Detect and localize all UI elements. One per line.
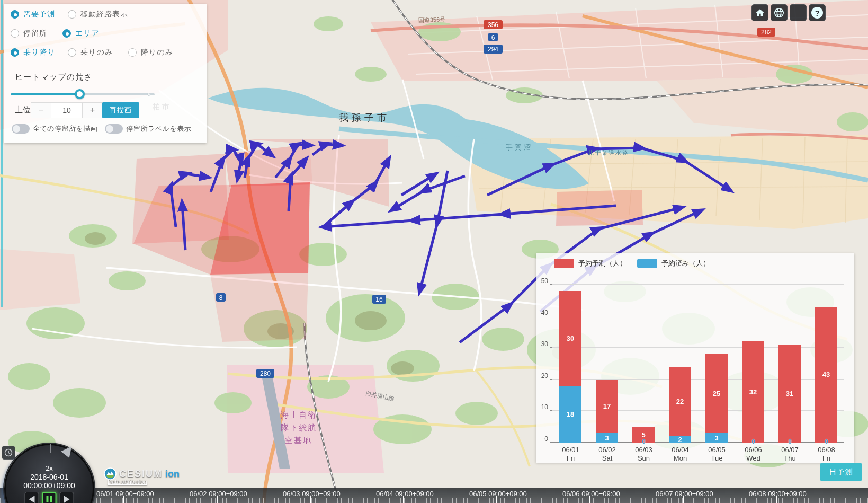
- reserved-segment: 18: [559, 386, 581, 443]
- slider-notch: [147, 93, 150, 96]
- reserved-segment: 3: [705, 433, 728, 443]
- bar-slot: 32006/06Wed: [735, 285, 772, 443]
- forecast-segment: 25: [705, 354, 728, 433]
- forecast-segment: 22: [669, 367, 691, 436]
- radio-label: 停留所: [23, 29, 47, 38]
- reservation-chart-panel: 予約予測（人） 予約済み（人） 01020304050301806/01Fri1…: [536, 253, 854, 463]
- x-axis-label: 06/08Fri: [808, 446, 845, 463]
- stacked-bar[interactable]: 43: [815, 307, 837, 443]
- radio-bus-stop[interactable]: 停留所: [11, 29, 47, 38]
- radio-dot: [128, 48, 137, 57]
- reserved-zero-label: 0: [808, 438, 845, 445]
- radio-label: エリア: [75, 29, 100, 38]
- toggle-knob: [106, 125, 113, 133]
- timeline-label: 06/03 09:00+09:00: [283, 490, 341, 498]
- play-reverse-button[interactable]: [25, 492, 39, 503]
- toggle-draw-all-stops-label: 全ての停留所を描画: [33, 124, 97, 134]
- bar-slot: 22206/04Mon: [662, 285, 699, 443]
- home-button[interactable]: [751, 4, 768, 21]
- toggle-draw-all-stops[interactable]: [12, 124, 30, 134]
- stacked-bar[interactable]: 31: [778, 345, 801, 443]
- top-n-value[interactable]: 10: [51, 102, 82, 118]
- timeline-major-tick: [217, 496, 218, 503]
- timeline-major-tick: [403, 496, 404, 503]
- timeline-label: 06/02 09:00+09:00: [190, 490, 247, 498]
- x-axis-label: 06/06Wed: [735, 446, 772, 463]
- boarding-radio-row: 乗り降り 乗りのみ 降りのみ: [4, 42, 207, 61]
- timeline-label: 06/08 09:00+09:00: [749, 490, 807, 498]
- airport-label-3: 空基地: [285, 436, 312, 445]
- radio-label: 需要予測: [23, 10, 55, 19]
- x-axis-label: 06/01Fri: [552, 446, 589, 463]
- toggle-show-stop-labels[interactable]: [105, 124, 123, 134]
- bar-slot: 25306/05Tue: [699, 285, 735, 443]
- toggle-row: 全ての停留所を描画 停留所ラベルを表示: [12, 124, 199, 134]
- base-layer-picker-button[interactable]: [790, 4, 807, 21]
- play-forward-button[interactable]: [60, 492, 74, 503]
- pause-button[interactable]: [42, 492, 57, 503]
- radio-dot: [11, 48, 19, 57]
- stacked-bar[interactable]: 173: [596, 380, 618, 443]
- radio-demand-forecast[interactable]: 需要予測: [11, 10, 55, 19]
- increment-button[interactable]: +: [82, 102, 103, 118]
- data-attribution-link[interactable]: Data attribution: [108, 479, 147, 485]
- y-tick-label: 50: [533, 277, 548, 285]
- current-time: 00:00:00+09:00: [6, 481, 93, 490]
- stacked-bar[interactable]: 253: [705, 354, 728, 443]
- clock-icon: [4, 448, 13, 457]
- reserved-zero-label: 0: [735, 438, 772, 445]
- top-n-stepper: − 10 +: [31, 102, 103, 118]
- layer-control-panel: 需要予測 移動経路表示 停留所 エリア 乗り降り: [4, 4, 207, 143]
- radio-on-off[interactable]: 乗り降り: [11, 48, 56, 57]
- stacked-bar[interactable]: 32: [742, 341, 764, 443]
- radio-on-only[interactable]: 乗りのみ: [68, 48, 113, 57]
- cesium-brand-text: CESIUM: [119, 469, 163, 480]
- stacked-bar[interactable]: 222: [669, 367, 691, 443]
- playback-buttons: [25, 492, 74, 503]
- timeline-major-tick: [123, 496, 124, 503]
- clock-mini-button[interactable]: [2, 446, 15, 460]
- svg-text:6: 6: [491, 34, 495, 41]
- reserved-zero-label: 0: [625, 438, 662, 445]
- airport-label-1: 海上自衛: [281, 410, 317, 419]
- day-forecast-button[interactable]: 日予測: [820, 463, 862, 481]
- timeline-label: 06/07 09:00+09:00: [656, 490, 713, 498]
- x-axis-label: 06/07Thu: [772, 446, 808, 463]
- y-tick-label: 40: [533, 309, 548, 316]
- bar-slot: 301806/01Fri: [552, 285, 589, 443]
- redraw-button[interactable]: 再描画: [102, 102, 139, 118]
- stacked-bar[interactable]: 3018: [559, 291, 581, 443]
- radio-off-only[interactable]: 降りのみ: [128, 48, 173, 57]
- x-axis-label: 06/02Sat: [589, 446, 625, 463]
- cesium-timeline[interactable]: 06/01 09:00+09:0006/02 09:00+09:0006/03 …: [0, 488, 868, 503]
- radio-dot: [68, 48, 76, 57]
- timeline-major-tick: [496, 496, 497, 503]
- forecast-segment: 30: [559, 291, 581, 386]
- decrement-button[interactable]: −: [31, 102, 51, 118]
- y-tick-label: 10: [533, 403, 548, 411]
- y-tick-label: 20: [533, 372, 548, 380]
- radio-area[interactable]: エリア: [62, 29, 100, 38]
- mode-radio-row: 需要予測 移動経路表示: [4, 4, 207, 23]
- scene-mode-button[interactable]: [771, 4, 788, 21]
- legend-label: 予約済み（人）: [661, 259, 710, 268]
- legend-label: 予約予測（人）: [578, 259, 627, 268]
- radio-label: 降りのみ: [141, 48, 173, 57]
- timeline-ticks: [0, 498, 868, 503]
- heatmap-coarseness-slider[interactable]: [11, 89, 155, 100]
- legend-item-forecast: 予約予測（人）: [554, 259, 627, 268]
- bar-slot: 31006/07Thu: [772, 285, 808, 443]
- radio-route-display[interactable]: 移動経路表示: [68, 10, 128, 19]
- slider-handle[interactable]: [75, 89, 85, 99]
- timeline-major-tick: [589, 496, 590, 503]
- timeline-major-tick: [776, 496, 777, 503]
- play-reverse-icon: [29, 496, 35, 503]
- reserved-segment: 3: [596, 433, 618, 443]
- cesium-map-app: 我孫子市 柏市 手賀沼 北千葉導水路 海上自衛 隊下総航 空基地 国道356号 …: [0, 0, 868, 503]
- forecast-segment: 17: [596, 380, 618, 433]
- timeline-label: 06/01 09:00+09:00: [96, 490, 154, 498]
- lake-label: 手賀沼: [506, 143, 533, 151]
- chart-legend: 予約予測（人） 予約済み（人）: [554, 259, 710, 268]
- help-button[interactable]: ?: [809, 4, 826, 21]
- timeline-major-tick: [310, 496, 311, 503]
